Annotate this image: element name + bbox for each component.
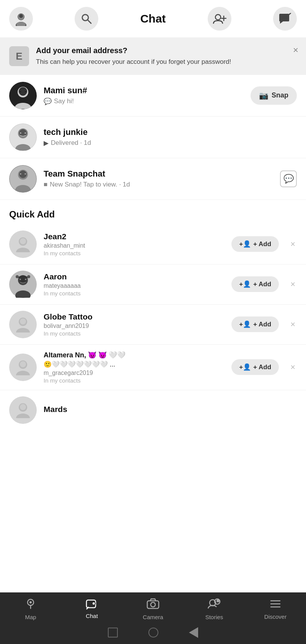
header: Chat bbox=[0, 0, 306, 38]
quick-add-header: Quick Add bbox=[0, 200, 306, 224]
dismiss-jean2[interactable]: × bbox=[289, 239, 297, 249]
svg-point-44 bbox=[20, 361, 26, 367]
chat-bubble-icon: 💬 bbox=[280, 170, 297, 187]
add-button-jean2[interactable]: +👤 + Add bbox=[231, 236, 279, 252]
quick-info-jean2: Jean2 akirashan_mint In my contacts bbox=[44, 232, 225, 256]
new-chat-button[interactable] bbox=[273, 7, 297, 31]
quick-info-altamera: Altamera Nn, 😈 😈 🤍🤍 🙂🤍🤍🤍🤍🤍🤍🤍 ... m_grace… bbox=[44, 351, 225, 384]
svg-point-41 bbox=[20, 318, 26, 324]
nav-label-camera: Camera bbox=[143, 614, 163, 620]
svg-point-3 bbox=[19, 14, 23, 18]
quick-context-altamera: In my contacts bbox=[44, 377, 225, 384]
chat-name-techjunkie: tech junkie bbox=[44, 127, 297, 137]
delivered-icon: ▶ bbox=[44, 139, 49, 147]
quick-username-altamera: m_gracegarc2019 bbox=[44, 370, 225, 376]
add-button-altamera[interactable]: +👤 + Add bbox=[231, 359, 279, 375]
user-avatar-icon bbox=[14, 11, 28, 26]
email-banner: E Add your email address? This can help … bbox=[0, 38, 306, 75]
svg-point-54 bbox=[151, 602, 155, 607]
nav-item-stories[interactable]: Stories bbox=[195, 598, 233, 620]
chat-nav-icon bbox=[86, 599, 98, 611]
bottom-nav: Map Chat Camera bbox=[0, 592, 306, 644]
quick-info-mards: Mards bbox=[44, 405, 297, 415]
quick-username-jean2: akirashan_mint bbox=[44, 242, 225, 249]
svg-point-4 bbox=[16, 22, 26, 26]
avatar-teamsnapchat bbox=[9, 165, 37, 193]
system-back-button[interactable] bbox=[108, 628, 118, 638]
chat-item-techjunkie[interactable]: tech junkie ▶ Delivered · 1d bbox=[0, 117, 306, 158]
avatar-globetattoo bbox=[9, 311, 37, 338]
snap-square-icon: ■ bbox=[44, 181, 47, 188]
quick-name-altamera: Altamera Nn, 😈 😈 🤍🤍 bbox=[44, 351, 225, 359]
svg-point-47 bbox=[20, 404, 26, 410]
avatar-techjunkie bbox=[9, 123, 37, 151]
stories-nav-icon bbox=[207, 598, 221, 612]
email-icon: E bbox=[9, 46, 29, 66]
svg-point-49 bbox=[29, 601, 32, 603]
dismiss-aaron[interactable]: × bbox=[289, 279, 297, 289]
svg-point-30 bbox=[20, 238, 26, 244]
nav-label-discover: Discover bbox=[264, 613, 286, 620]
nav-item-chat[interactable]: Chat bbox=[73, 599, 111, 619]
search-button[interactable] bbox=[75, 7, 98, 31]
avatar-mami bbox=[9, 82, 37, 109]
nav-label-stories: Stories bbox=[205, 614, 223, 620]
svg-point-40 bbox=[16, 328, 30, 333]
svg-point-43 bbox=[16, 371, 30, 375]
add-friend-icon-altamera: +👤 bbox=[239, 363, 251, 371]
svg-point-46 bbox=[16, 414, 30, 418]
nav-label-map: Map bbox=[25, 614, 36, 620]
nav-item-discover[interactable]: Discover bbox=[256, 599, 295, 620]
svg-point-15 bbox=[25, 91, 26, 92]
quick-context-globetattoo: In my contacts bbox=[44, 330, 225, 337]
chat-name-mami: Mami sun# bbox=[44, 86, 244, 96]
add-friend-button[interactable] bbox=[208, 7, 231, 31]
avatar-button[interactable] bbox=[9, 7, 33, 31]
camera-icon: 📷 bbox=[259, 91, 269, 100]
chat-name-teamsnapchat: Team Snapchat bbox=[44, 169, 273, 179]
nav-item-camera[interactable]: Camera bbox=[134, 598, 172, 620]
quick-username-aaron: mateyaaaaaa bbox=[44, 282, 225, 289]
chat-icon: 💬 bbox=[44, 97, 52, 105]
chat-list: Mami sun# 💬 Say hi! 📷 Snap tech j bbox=[0, 75, 306, 200]
chat-item-mami[interactable]: Mami sun# 💬 Say hi! 📷 Snap bbox=[0, 75, 306, 117]
svg-point-35 bbox=[20, 279, 21, 280]
email-banner-close[interactable]: × bbox=[293, 45, 298, 55]
svg-point-7 bbox=[215, 15, 221, 20]
chat-sub-mami: 💬 Say hi! bbox=[44, 97, 244, 105]
chat-info-teamsnapchat: Team Snapchat ■ New Snap! Tap to view. ·… bbox=[44, 169, 273, 188]
quick-context-aaron: In my contacts bbox=[44, 290, 225, 297]
quick-name-jean2: Jean2 bbox=[44, 232, 225, 241]
system-bar bbox=[0, 623, 306, 644]
add-friend-icon-jean2: +👤 bbox=[239, 240, 251, 248]
email-text: Add your email address? This can help yo… bbox=[36, 46, 297, 67]
dismiss-altamera[interactable]: × bbox=[289, 362, 297, 372]
add-button-globetattoo[interactable]: +👤 + Add bbox=[231, 316, 279, 332]
avatar-altamera bbox=[9, 354, 37, 381]
svg-point-14 bbox=[20, 91, 21, 92]
quick-info-globetattoo: Globe Tattoo bolivar_ann2019 In my conta… bbox=[44, 312, 225, 337]
snap-button-mami[interactable]: 📷 Snap bbox=[251, 86, 297, 105]
nav-label-chat: Chat bbox=[86, 613, 98, 619]
svg-line-6 bbox=[88, 20, 91, 23]
svg-point-26 bbox=[20, 173, 21, 174]
quick-add-aaron: Aaron mateyaaaaaa In my contacts +👤 + Ad… bbox=[0, 264, 306, 305]
add-button-aaron[interactable]: +👤 + Add bbox=[231, 276, 279, 292]
svg-point-37 bbox=[16, 275, 19, 278]
chat-item-teamsnapchat[interactable]: Team Snapchat ■ New Snap! Tap to view. ·… bbox=[0, 158, 306, 200]
add-friend-icon-globetattoo: +👤 bbox=[239, 320, 251, 328]
chat-info-mami: Mami sun# 💬 Say hi! bbox=[44, 86, 244, 105]
dismiss-globetattoo[interactable]: × bbox=[289, 320, 297, 329]
system-recents-button[interactable] bbox=[189, 627, 198, 638]
nav-item-map[interactable]: Map bbox=[11, 598, 50, 620]
chat-notification-dot bbox=[92, 602, 96, 605]
avatar-jean2 bbox=[9, 230, 37, 258]
map-icon bbox=[25, 598, 36, 612]
svg-point-21 bbox=[25, 132, 26, 133]
nav-items: Map Chat Camera bbox=[0, 592, 306, 623]
system-home-button[interactable] bbox=[148, 628, 158, 638]
email-banner-title: Add your email address? bbox=[36, 46, 297, 55]
svg-point-29 bbox=[16, 248, 30, 252]
add-friend-icon-aaron: +👤 bbox=[239, 280, 251, 288]
svg-point-27 bbox=[25, 173, 26, 174]
